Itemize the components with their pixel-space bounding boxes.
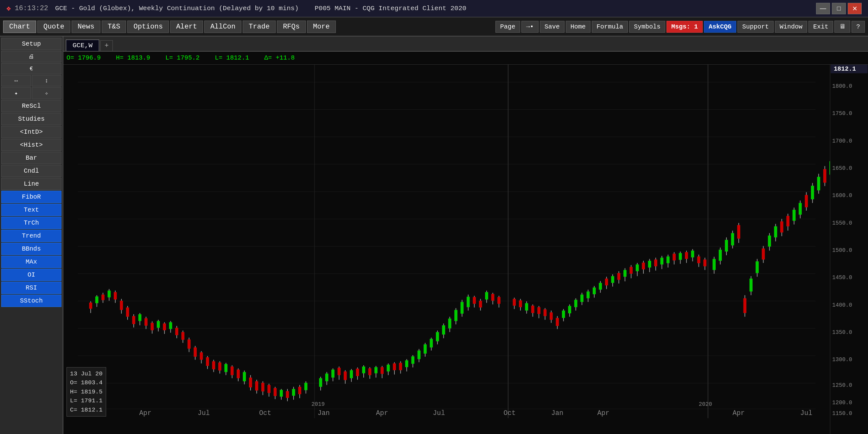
cndl-button[interactable]: Cndl: [1, 165, 61, 177]
svg-rect-44: [169, 322, 172, 329]
trch-button[interactable]: TrCh: [1, 217, 61, 229]
svg-rect-54: [200, 352, 203, 360]
right-save-button[interactable]: Save: [540, 21, 564, 33]
right-formula-button[interactable]: Formula: [592, 21, 628, 33]
svg-rect-238: [660, 257, 663, 264]
svg-text:1750.0: 1750.0: [832, 110, 852, 117]
svg-text:1800.0: 1800.0: [832, 83, 852, 89]
svg-rect-188: [749, 278, 753, 291]
rsi-button[interactable]: RSI: [1, 282, 61, 294]
right-msgs--1-button[interactable]: Msgs: 1: [666, 21, 703, 33]
svg-rect-160: [544, 309, 547, 316]
tab-bar: GCE,W +: [63, 36, 868, 52]
svg-rect-180: [725, 240, 728, 251]
right-window-button[interactable]: Window: [775, 21, 807, 33]
intd-button[interactable]: <IntD>: [1, 126, 61, 138]
svg-text:2020: 2020: [699, 401, 712, 407]
svg-rect-92: [326, 373, 329, 381]
plus-icon-button[interactable]: ✦: [1, 87, 31, 99]
hist-button[interactable]: <Hist>: [1, 139, 61, 151]
right----button[interactable]: 🖥: [834, 21, 850, 33]
studies-button[interactable]: Studies: [1, 113, 61, 125]
svg-rect-108: [374, 367, 378, 373]
svg-rect-52: [193, 347, 197, 357]
svg-rect-190: [755, 261, 759, 273]
right-support-button[interactable]: Support: [738, 21, 774, 33]
svg-text:1812.1: 1812.1: [834, 66, 856, 72]
svg-rect-134: [454, 310, 458, 321]
right---button[interactable]: ?: [851, 21, 865, 33]
svg-rect-216: [593, 288, 596, 294]
close-button[interactable]: ✕: [848, 3, 862, 14]
line-button[interactable]: Line: [1, 178, 61, 190]
svg-rect-186: [743, 299, 746, 313]
menu-ts-button[interactable]: T&S: [102, 21, 126, 33]
svg-rect-106: [368, 368, 372, 375]
oi-button[interactable]: OI: [1, 269, 61, 281]
print-icon-button[interactable]: 🖨: [1, 51, 61, 62]
rescl-button[interactable]: ReScl: [1, 100, 61, 112]
right-askcqg-button[interactable]: AskCQG: [704, 21, 736, 33]
chart-tab-gce[interactable]: GCE,W: [66, 40, 99, 51]
svg-rect-226: [623, 270, 627, 277]
svg-rect-98: [344, 371, 347, 380]
fibor-button[interactable]: FiboR: [1, 191, 61, 203]
euro-icon-button[interactable]: €: [1, 63, 61, 74]
svg-rect-26: [114, 292, 117, 299]
trend-button[interactable]: Trend: [1, 230, 61, 242]
svg-rect-158: [537, 307, 540, 314]
svg-rect-168: [568, 306, 571, 313]
svg-text:1400.0: 1400.0: [832, 302, 852, 308]
right-exit-button[interactable]: Exit: [808, 21, 833, 33]
chart-svg-container[interactable]: Apr Jul Oct Jan 2019 Apr Jul Oct Jan 202…: [63, 65, 830, 434]
right-home-button[interactable]: Home: [566, 21, 590, 33]
bbnds-button[interactable]: BBnds: [1, 243, 61, 255]
menu-chart-button[interactable]: Chart: [3, 21, 36, 33]
svg-rect-110: [380, 367, 384, 374]
menu-options-button[interactable]: Options: [127, 21, 168, 33]
svg-rect-74: [261, 383, 265, 391]
svg-rect-118: [405, 361, 408, 367]
right-symbols-button[interactable]: Symbols: [629, 21, 665, 33]
svg-rect-36: [145, 318, 148, 326]
bar-button[interactable]: Bar: [1, 152, 61, 164]
minimize-button[interactable]: —: [816, 3, 830, 14]
sstoch-button[interactable]: SStoch: [1, 294, 61, 307]
svg-rect-234: [648, 261, 651, 267]
svg-rect-78: [274, 388, 277, 396]
arrows-h-button[interactable]: ↔: [1, 75, 31, 87]
right----button[interactable]: →•: [521, 21, 538, 33]
svg-rect-60: [218, 363, 221, 370]
menu-rfqs-button[interactable]: RFQs: [277, 21, 306, 33]
ohlc-open-label: O=: [66, 54, 78, 61]
svg-rect-24: [108, 290, 111, 297]
svg-rect-50: [188, 340, 191, 349]
svg-rect-202: [793, 210, 796, 221]
menu-allcon-button[interactable]: AllCon: [204, 21, 241, 33]
svg-rect-148: [497, 297, 500, 304]
svg-rect-22: [101, 294, 104, 300]
setup-button[interactable]: Setup: [1, 38, 61, 50]
svg-rect-220: [605, 278, 608, 285]
svg-rect-48: [182, 332, 185, 340]
maximize-button[interactable]: □: [832, 3, 846, 14]
arrows-v-button[interactable]: ↕: [32, 75, 61, 87]
menu-trade-button[interactable]: Trade: [243, 21, 276, 33]
menu-alert-button[interactable]: Alert: [170, 21, 203, 33]
svg-rect-84: [292, 389, 295, 396]
chart-area: GCE,W + O= 1796.9 H= 1813.9 L= 1795.2 L=…: [63, 36, 868, 434]
menu-more-button[interactable]: More: [307, 21, 336, 33]
cross-icon-button[interactable]: ✧: [32, 87, 61, 99]
svg-rect-250: [697, 257, 701, 263]
bottom-open: O= 1803.4: [70, 378, 103, 388]
svg-rect-236: [654, 259, 657, 266]
max-button[interactable]: MAx: [1, 256, 61, 268]
menu-quote-button[interactable]: Quote: [37, 21, 70, 33]
svg-text:1150.0: 1150.0: [832, 410, 852, 416]
right-page-button[interactable]: Page: [495, 21, 520, 33]
svg-rect-20: [95, 297, 98, 303]
sidebar: Setup 🖨 € ↔ ↕ ✦ ✧ ReScl Studies <IntD> <…: [0, 36, 63, 434]
menu-news-button[interactable]: News: [71, 21, 100, 33]
add-tab-button[interactable]: +: [100, 40, 113, 51]
text-button[interactable]: Text: [1, 204, 61, 216]
